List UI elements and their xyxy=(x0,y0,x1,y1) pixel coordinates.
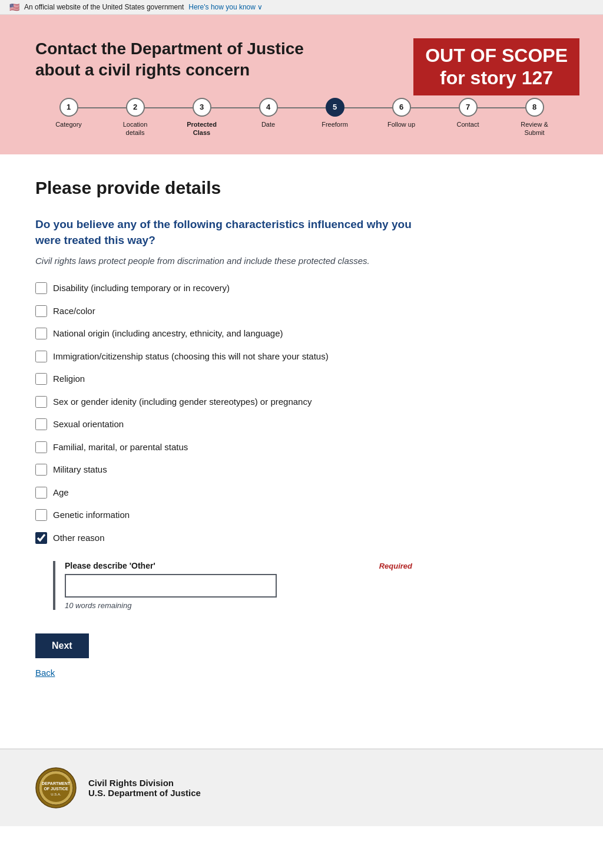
page-title: Please provide details xyxy=(35,178,412,198)
next-button[interactable]: Next xyxy=(35,633,89,658)
checkbox-label-cb5: Religion xyxy=(53,372,85,386)
svg-text:DEPARTMENT: DEPARTMENT xyxy=(42,781,71,786)
checkbox-label-other-reason: Other reason xyxy=(53,532,105,545)
checkbox-other-reason[interactable] xyxy=(35,532,47,544)
step-3: 3Protected Class xyxy=(168,98,235,137)
step-label-7: Contact xyxy=(457,120,479,128)
flag-icon: 🇺🇸 xyxy=(9,2,19,12)
checkbox-label-cb9: Military status xyxy=(53,463,107,477)
step-circle-4: 4 xyxy=(259,98,278,117)
step-label-3: Protected Class xyxy=(181,120,223,137)
step-label-8: Review & Submit xyxy=(514,120,555,137)
step-6: 6Follow up xyxy=(368,98,435,128)
checkbox-cb8[interactable] xyxy=(35,441,47,453)
section-description: Civil rights laws protect people from di… xyxy=(35,255,412,268)
step-circle-8: 8 xyxy=(525,98,544,117)
other-reason-subform: Please describe 'Other'Required10 words … xyxy=(53,561,412,610)
step-label-2: Location details xyxy=(115,120,156,137)
step-circle-1: 1 xyxy=(59,98,78,117)
checkbox-item[interactable]: Familial, marital, or parental status xyxy=(35,441,412,454)
checkbox-cb1[interactable] xyxy=(35,282,47,294)
other-reason-input[interactable] xyxy=(65,574,277,598)
checkbox-item[interactable]: Age xyxy=(35,486,412,500)
gov-banner: 🇺🇸 An official website of the United Sta… xyxy=(0,0,603,15)
checkbox-cb11[interactable] xyxy=(35,509,47,521)
checkbox-label-cb7: Sexual orientation xyxy=(53,418,124,431)
checkbox-item[interactable]: Race/color xyxy=(35,305,412,318)
words-remaining: 10 words remaining xyxy=(65,601,412,610)
gov-banner-text: An official website of the United States… xyxy=(24,3,184,11)
step-circle-7: 7 xyxy=(459,98,478,117)
svg-text:OF JUSTICE: OF JUSTICE xyxy=(44,787,68,791)
step-circle-3: 3 xyxy=(193,98,211,117)
checkbox-label-cb4: Immigration/citizenship status (choosing… xyxy=(53,350,329,364)
step-4: 4Date xyxy=(235,98,302,128)
checkbox-item[interactable]: Sex or gender idenity (including gender … xyxy=(35,395,412,409)
checkbox-item[interactable]: National origin (including ancestry, eth… xyxy=(35,327,412,341)
checkbox-item[interactable]: Disability (including temporary or in re… xyxy=(35,282,412,295)
checkbox-label-cb2: Race/color xyxy=(53,305,95,318)
step-circle-5: 5 xyxy=(326,98,344,117)
checkbox-label-cb11: Genetic information xyxy=(53,509,130,522)
checkbox-item[interactable]: Genetic information xyxy=(35,509,412,522)
checkbox-item[interactable]: Other reason xyxy=(35,532,412,545)
checkbox-label-cb3: National origin (including ancestry, eth… xyxy=(53,327,283,341)
checkbox-label-cb1: Disability (including temporary or in re… xyxy=(53,282,230,295)
checkbox-cb3[interactable] xyxy=(35,328,47,339)
doj-seal: DEPARTMENT OF JUSTICE U.S.A. xyxy=(35,767,77,808)
checkbox-cb5[interactable] xyxy=(35,373,47,385)
out-of-scope-banner: OUT OF SCOPE for story 127 xyxy=(413,38,579,95)
checkbox-item[interactable]: Religion xyxy=(35,372,412,386)
step-1: 1Category xyxy=(35,98,102,128)
step-label-1: Category xyxy=(55,120,82,128)
checkbox-item[interactable]: Sexual orientation xyxy=(35,418,412,431)
footer-text: Civil Rights Division U.S. Department of… xyxy=(88,778,201,798)
checkbox-label-cb6: Sex or gender idenity (including gender … xyxy=(53,395,312,409)
required-indicator: Required xyxy=(379,562,412,570)
checkbox-cb10[interactable] xyxy=(35,487,47,499)
step-8: 8Review & Submit xyxy=(501,98,568,137)
hero-title: Contact the Department of Justice about … xyxy=(35,38,342,81)
hero-section: Contact the Department of Justice about … xyxy=(0,15,603,154)
step-label-4: Date xyxy=(261,120,275,128)
checkbox-cb7[interactable] xyxy=(35,418,47,430)
progress-stepper: 1Category2Location details3Protected Cla… xyxy=(35,98,568,137)
checkbox-label-cb8: Familial, marital, or parental status xyxy=(53,441,188,454)
svg-text:U.S.A.: U.S.A. xyxy=(51,793,61,796)
other-reason-label: Please describe 'Other' xyxy=(65,561,155,570)
step-2: 2Location details xyxy=(102,98,168,137)
main-content: Please provide details Do you believe an… xyxy=(0,154,448,713)
checkbox-cb2[interactable] xyxy=(35,305,47,317)
checkbox-item[interactable]: Military status xyxy=(35,463,412,477)
how-you-know-link[interactable]: Here's how you know ∨ xyxy=(188,3,263,11)
checkbox-cb4[interactable] xyxy=(35,351,47,362)
step-circle-2: 2 xyxy=(126,98,145,117)
step-label-5: Freeform xyxy=(322,120,348,128)
section-question: Do you believe any of the following char… xyxy=(35,217,412,248)
back-link[interactable]: Back xyxy=(35,668,412,678)
step-circle-6: 6 xyxy=(392,98,411,117)
checkbox-cb9[interactable] xyxy=(35,464,47,476)
footer: DEPARTMENT OF JUSTICE U.S.A. Civil Right… xyxy=(0,748,603,826)
step-7: 7Contact xyxy=(435,98,501,128)
checkbox-item[interactable]: Immigration/citizenship status (choosing… xyxy=(35,350,412,364)
checkbox-label-cb10: Age xyxy=(53,486,69,500)
checkbox-cb6[interactable] xyxy=(35,396,47,408)
step-label-6: Follow up xyxy=(387,120,415,128)
checkbox-list: Disability (including temporary or in re… xyxy=(35,282,412,610)
step-5: 5Freeform xyxy=(302,98,368,128)
